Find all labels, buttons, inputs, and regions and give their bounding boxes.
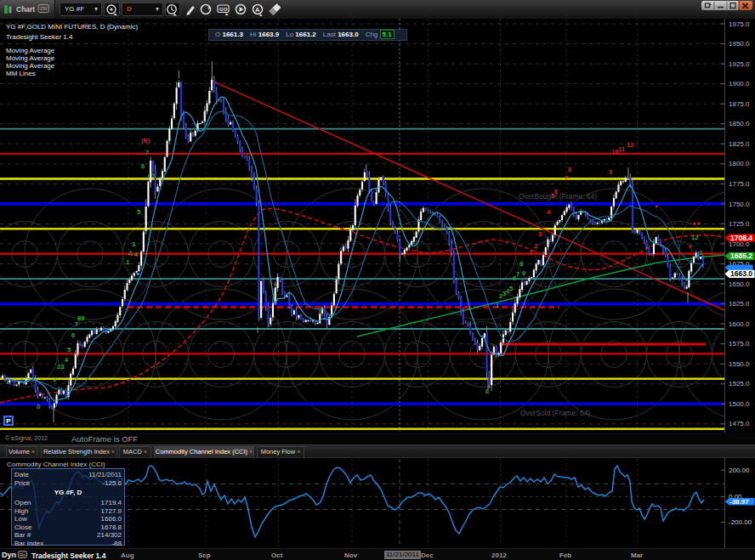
svg-text:OverSold (Frame: 64): OverSold (Frame: 64) xyxy=(520,409,590,417)
svg-text:1550.0: 1550.0 xyxy=(729,360,750,368)
svg-text:0: 0 xyxy=(37,403,40,410)
svg-text:1: 1 xyxy=(529,248,532,256)
svg-text:12: 12 xyxy=(627,141,633,149)
svg-text:1875.0: 1875.0 xyxy=(729,100,750,108)
svg-text:1525.0: 1525.0 xyxy=(729,380,750,387)
svg-text:6: 6 xyxy=(141,162,145,170)
svg-text:7: 7 xyxy=(516,270,519,278)
svg-text:150: 150 xyxy=(40,6,48,11)
svg-text:1925.0: 1925.0 xyxy=(729,60,750,68)
svg-text:1850.0: 1850.0 xyxy=(729,120,750,127)
svg-text:GO: GO xyxy=(219,7,228,12)
svg-text:(R): (R) xyxy=(141,137,150,144)
svg-text:3: 3 xyxy=(132,240,135,248)
svg-text:2: 2 xyxy=(534,242,537,250)
svg-text:9: 9 xyxy=(609,168,612,176)
svg-text:1475.0: 1475.0 xyxy=(729,420,750,427)
svg-text:1625.0: 1625.0 xyxy=(729,300,750,308)
svg-text:7: 7 xyxy=(565,174,568,182)
svg-text:7: 7 xyxy=(145,149,149,156)
svg-text:1: 1 xyxy=(496,302,499,309)
svg-text:A: A xyxy=(255,6,260,14)
svg-text:1800.0: 1800.0 xyxy=(729,160,750,167)
svg-text:1685.2: 1685.2 xyxy=(730,252,752,260)
svg-text:200.00: 200.00 xyxy=(729,467,750,474)
svg-text:1725.0: 1725.0 xyxy=(729,220,750,228)
svg-text:9: 9 xyxy=(151,172,155,179)
svg-text:6: 6 xyxy=(71,331,75,339)
svg-text:9: 9 xyxy=(522,269,525,277)
svg-text:3: 3 xyxy=(699,249,702,257)
svg-text:1900.0: 1900.0 xyxy=(729,80,750,88)
svg-text:8: 8 xyxy=(568,166,571,173)
svg-text:23: 23 xyxy=(57,363,64,371)
svg-text:1775.0: 1775.0 xyxy=(729,180,750,188)
svg-text:-200.00: -200.00 xyxy=(729,518,752,526)
svg-text:1825.0: 1825.0 xyxy=(729,140,750,148)
svg-text:1500.0: 1500.0 xyxy=(729,400,750,408)
svg-text:5: 5 xyxy=(509,285,513,292)
svg-text:6: 6 xyxy=(554,188,558,195)
svg-text:L: L xyxy=(485,387,490,395)
svg-text:12: 12 xyxy=(691,234,698,241)
svg-text:5: 5 xyxy=(137,208,140,216)
svg-text:3: 3 xyxy=(538,230,542,238)
svg-text:11: 11 xyxy=(618,145,625,153)
svg-text:1750.0: 1750.0 xyxy=(729,201,750,208)
svg-text:5: 5 xyxy=(67,346,71,354)
svg-text:1663.0: 1663.0 xyxy=(730,269,752,278)
svg-text:1708.4: 1708.4 xyxy=(730,234,752,242)
svg-text:1: 1 xyxy=(126,258,129,266)
svg-text:8: 8 xyxy=(519,260,523,268)
svg-text:1575.0: 1575.0 xyxy=(729,340,750,348)
svg-text:1975.0: 1975.0 xyxy=(729,20,750,28)
svg-text:1950.0: 1950.0 xyxy=(729,40,750,48)
svg-text:1: 1 xyxy=(53,376,56,383)
svg-text:1650.0: 1650.0 xyxy=(729,280,750,288)
svg-text:89: 89 xyxy=(77,314,84,322)
svg-text:-38.97: -38.97 xyxy=(729,498,749,506)
svg-text:1600.0: 1600.0 xyxy=(729,320,750,328)
